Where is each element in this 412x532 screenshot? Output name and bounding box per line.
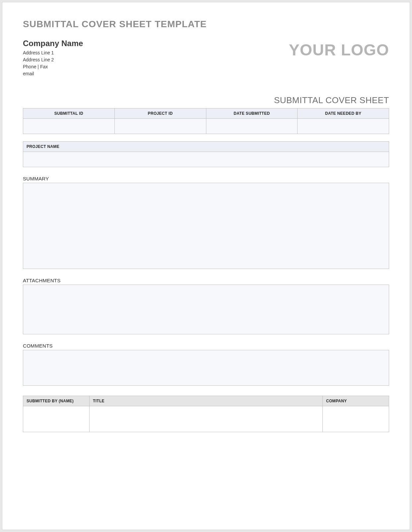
cell-submitted-by-title[interactable] (90, 406, 323, 432)
cell-submittal-id[interactable] (23, 119, 115, 134)
header-project-name: PROJECT NAME (23, 142, 389, 152)
project-name-table: PROJECT NAME (23, 141, 389, 167)
company-phone-fax: Phone | Fax (23, 63, 83, 70)
cell-submitted-by-name[interactable] (23, 406, 90, 432)
label-summary: SUMMARY (23, 176, 389, 181)
info-table: SUBMITTAL ID PROJECT ID DATE SUBMITTED D… (23, 108, 389, 134)
header-submitted-by-name: SUBMITTED BY (NAME) (23, 396, 90, 406)
cell-submitted-by-company[interactable] (323, 406, 389, 432)
header-project-id: PROJECT ID (114, 108, 206, 119)
header-row: Company Name Address Line 1 Address Line… (23, 39, 389, 77)
header-submitted-by-company: COMPANY (323, 396, 389, 406)
section-title: SUBMITTAL COVER SHEET (23, 95, 389, 105)
company-email: email (23, 70, 83, 77)
comments-field[interactable] (23, 350, 389, 386)
company-address-2: Address Line 2 (23, 56, 83, 63)
logo-placeholder: YOUR LOGO (289, 41, 389, 59)
header-submittal-id: SUBMITTAL ID (23, 108, 115, 119)
label-attachments: ATTACHMENTS (23, 278, 389, 283)
header-date-submitted: DATE SUBMITTED (206, 108, 298, 119)
label-comments: COMMENTS (23, 343, 389, 349)
submitted-by-table: SUBMITTED BY (NAME) TITLE COMPANY (23, 396, 389, 432)
header-submitted-by-title: TITLE (90, 396, 323, 406)
cell-project-name[interactable] (23, 152, 389, 167)
summary-field[interactable] (23, 183, 389, 269)
company-block: Company Name Address Line 1 Address Line… (23, 39, 83, 77)
document-title: SUBMITTAL COVER SHEET TEMPLATE (23, 19, 389, 30)
document-page: SUBMITTAL COVER SHEET TEMPLATE Company N… (2, 2, 410, 530)
cell-date-needed[interactable] (298, 119, 389, 134)
cell-project-id[interactable] (114, 119, 206, 134)
attachments-field[interactable] (23, 285, 389, 334)
header-date-needed: DATE NEEDED BY (298, 108, 389, 119)
company-name: Company Name (23, 39, 83, 48)
cell-date-submitted[interactable] (206, 119, 298, 134)
company-address-1: Address Line 1 (23, 49, 83, 56)
